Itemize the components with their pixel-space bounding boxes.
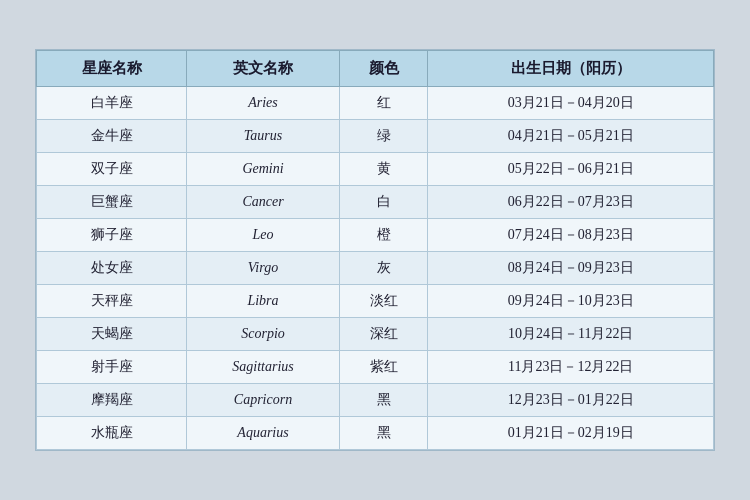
table-cell: 红 — [340, 87, 428, 120]
table-cell: 深红 — [340, 318, 428, 351]
table-cell: 双子座 — [37, 153, 187, 186]
table-cell: 狮子座 — [37, 219, 187, 252]
table-cell: 10月24日－11月22日 — [428, 318, 714, 351]
table-row: 天秤座Libra淡红09月24日－10月23日 — [37, 285, 714, 318]
table-cell: 07月24日－08月23日 — [428, 219, 714, 252]
table-cell: 巨蟹座 — [37, 186, 187, 219]
table-cell: 天秤座 — [37, 285, 187, 318]
table-cell: 03月21日－04月20日 — [428, 87, 714, 120]
table-cell: 08月24日－09月23日 — [428, 252, 714, 285]
table-row: 处女座Virgo灰08月24日－09月23日 — [37, 252, 714, 285]
table-cell: Sagittarius — [187, 351, 340, 384]
table-cell: 05月22日－06月21日 — [428, 153, 714, 186]
zodiac-table-container: 星座名称英文名称颜色出生日期（阳历） 白羊座Aries红03月21日－04月20… — [35, 49, 715, 451]
table-cell: 白羊座 — [37, 87, 187, 120]
table-cell: 水瓶座 — [37, 417, 187, 450]
table-cell: 紫红 — [340, 351, 428, 384]
table-header-cell: 颜色 — [340, 51, 428, 87]
table-cell: 06月22日－07月23日 — [428, 186, 714, 219]
table-row: 白羊座Aries红03月21日－04月20日 — [37, 87, 714, 120]
table-row: 狮子座Leo橙07月24日－08月23日 — [37, 219, 714, 252]
table-cell: Cancer — [187, 186, 340, 219]
table-cell: 09月24日－10月23日 — [428, 285, 714, 318]
table-cell: Taurus — [187, 120, 340, 153]
table-cell: 04月21日－05月21日 — [428, 120, 714, 153]
table-cell: 绿 — [340, 120, 428, 153]
table-row: 水瓶座Aquarius黑01月21日－02月19日 — [37, 417, 714, 450]
table-cell: Scorpio — [187, 318, 340, 351]
table-cell: 金牛座 — [37, 120, 187, 153]
table-cell: Aries — [187, 87, 340, 120]
table-row: 金牛座Taurus绿04月21日－05月21日 — [37, 120, 714, 153]
table-cell: 摩羯座 — [37, 384, 187, 417]
table-cell: 黑 — [340, 384, 428, 417]
zodiac-table: 星座名称英文名称颜色出生日期（阳历） 白羊座Aries红03月21日－04月20… — [36, 50, 714, 450]
table-cell: 12月23日－01月22日 — [428, 384, 714, 417]
table-cell: 白 — [340, 186, 428, 219]
table-header-cell: 出生日期（阳历） — [428, 51, 714, 87]
table-cell: 黄 — [340, 153, 428, 186]
table-cell: 橙 — [340, 219, 428, 252]
table-cell: 黑 — [340, 417, 428, 450]
table-header-cell: 星座名称 — [37, 51, 187, 87]
table-cell: 01月21日－02月19日 — [428, 417, 714, 450]
table-header-cell: 英文名称 — [187, 51, 340, 87]
table-cell: 处女座 — [37, 252, 187, 285]
table-header-row: 星座名称英文名称颜色出生日期（阳历） — [37, 51, 714, 87]
table-cell: 11月23日－12月22日 — [428, 351, 714, 384]
table-row: 双子座Gemini黄05月22日－06月21日 — [37, 153, 714, 186]
table-cell: 射手座 — [37, 351, 187, 384]
table-row: 天蝎座Scorpio深红10月24日－11月22日 — [37, 318, 714, 351]
table-cell: Capricorn — [187, 384, 340, 417]
table-cell: 天蝎座 — [37, 318, 187, 351]
table-cell: Gemini — [187, 153, 340, 186]
table-row: 巨蟹座Cancer白06月22日－07月23日 — [37, 186, 714, 219]
table-row: 摩羯座Capricorn黑12月23日－01月22日 — [37, 384, 714, 417]
table-cell: Virgo — [187, 252, 340, 285]
table-cell: Aquarius — [187, 417, 340, 450]
table-cell: 灰 — [340, 252, 428, 285]
table-row: 射手座Sagittarius紫红11月23日－12月22日 — [37, 351, 714, 384]
table-cell: 淡红 — [340, 285, 428, 318]
table-cell: Leo — [187, 219, 340, 252]
table-cell: Libra — [187, 285, 340, 318]
